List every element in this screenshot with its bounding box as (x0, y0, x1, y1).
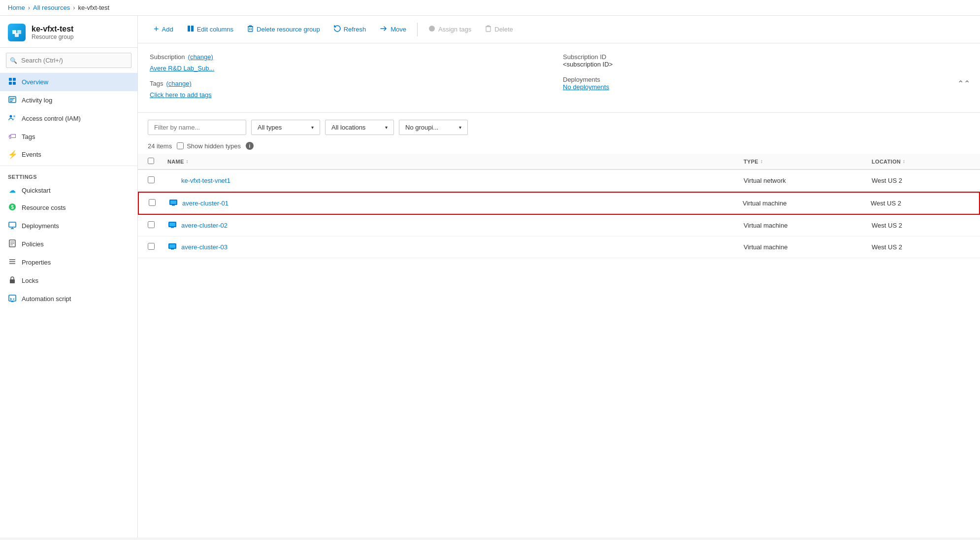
sidebar-item-quickstart[interactable]: ☁ Quickstart (0, 182, 137, 199)
breadcrumb-sep-1: › (28, 4, 30, 11)
delete-group-button[interactable]: Delete resource group (241, 22, 326, 37)
sidebar-item-access-control[interactable]: Access control (IAM) (0, 109, 137, 128)
locks-icon (8, 276, 17, 285)
svg-rect-4 (13, 78, 16, 81)
sidebar-item-label-policies: Policies (22, 240, 44, 248)
row-type-1: Virtual machine (743, 200, 871, 207)
row-select-2[interactable] (148, 221, 155, 228)
deployments-section: Deployments No deployments (563, 76, 968, 91)
search-input[interactable] (6, 53, 131, 68)
tags-add-link[interactable]: Click here to add tags (150, 91, 212, 99)
sidebar-item-tags[interactable]: 🏷 Tags (0, 128, 137, 145)
sidebar-item-overview[interactable]: Overview (0, 73, 137, 91)
sidebar-item-properties[interactable]: Properties (0, 253, 137, 271)
subscription-change-link[interactable]: (change) (188, 53, 213, 61)
sidebar-item-resource-costs[interactable]: $ Resource costs (0, 199, 137, 217)
svg-rect-23 (10, 279, 15, 283)
add-button[interactable]: + Add (148, 21, 179, 38)
access-control-icon (8, 114, 17, 123)
svg-rect-39 (171, 227, 174, 228)
breadcrumb-all-resources[interactable]: All resources (33, 4, 70, 11)
svg-point-12 (13, 115, 15, 117)
vm-icon-1 (168, 198, 178, 209)
tags-row: Tags (change) (150, 80, 555, 87)
search-icon: 🔍 (10, 57, 17, 64)
assign-tags-button[interactable]: Assign tags (423, 22, 477, 37)
hidden-types-info-icon[interactable]: i (246, 142, 254, 150)
subscription-value-link[interactable]: Avere R&D Lab_Sub... (150, 65, 214, 72)
edit-columns-button[interactable]: Edit columns (181, 22, 239, 37)
sidebar-item-label-tags: Tags (22, 133, 35, 140)
tags-change-link[interactable]: (change) (166, 80, 191, 87)
collapse-info-button[interactable]: ⌃⌃ (957, 79, 970, 88)
delete-group-icon (247, 25, 254, 34)
sidebar-item-policies[interactable]: Policies (0, 235, 137, 253)
svg-rect-26 (188, 26, 190, 32)
content-area: + Add Edit columns Delete resource group (138, 16, 980, 538)
svg-rect-27 (191, 26, 194, 32)
svg-rect-35 (170, 201, 176, 204)
refresh-button[interactable]: Refresh (328, 22, 372, 37)
info-right: Subscription ID <subscription ID> Deploy… (563, 53, 968, 102)
row-select-3[interactable] (148, 243, 155, 250)
settings-divider (0, 166, 137, 166)
row-location-1: West US 2 (871, 200, 969, 207)
sidebar-item-label-automation: Automation script (22, 295, 71, 303)
vnet-icon: 🌐 (167, 175, 177, 186)
svg-rect-15 (9, 222, 16, 227)
row-select-1[interactable] (149, 199, 156, 206)
sidebar-item-automation-script[interactable]: Automation script (0, 290, 137, 308)
filter-name-input[interactable] (148, 120, 246, 135)
sort-type-icon[interactable]: ↕ (760, 159, 763, 164)
sidebar-item-label-activity-log: Activity log (22, 97, 52, 104)
row-name-2[interactable]: avere-cluster-02 (167, 220, 744, 231)
sidebar-header-text: ke-vfxt-test Resource group (32, 25, 73, 40)
sidebar-item-locks[interactable]: Locks (0, 271, 137, 290)
breadcrumb-sep-2: › (73, 4, 75, 11)
row-name-0[interactable]: 🌐 ke-vfxt-test-vnet1 (167, 175, 744, 186)
show-hidden-label[interactable]: Show hidden types (177, 142, 241, 150)
subscription-row: Subscription (change) (150, 53, 555, 61)
table-row: avere-cluster-02 Virtual machine West US… (138, 215, 980, 236)
row-name-3[interactable]: avere-cluster-03 (167, 241, 744, 253)
show-hidden-checkbox[interactable] (177, 142, 184, 149)
svg-point-11 (10, 115, 12, 118)
deployments-label: Deployments (563, 76, 600, 83)
policies-icon (8, 239, 17, 249)
move-button[interactable]: Move (374, 22, 412, 36)
svg-rect-36 (172, 205, 175, 206)
sidebar-item-activity-log[interactable]: Activity log (0, 91, 137, 109)
subscription-id-value: <subscription ID> (563, 61, 968, 68)
assign-tags-icon (428, 25, 435, 34)
filter-locations-dropdown[interactable]: All locations ▾ (325, 120, 394, 135)
sidebar-header: ke-vfxt-test Resource group (0, 16, 137, 48)
subscription-id-section: Subscription ID <subscription ID> (563, 53, 968, 68)
sort-location-icon[interactable]: ↕ (903, 159, 905, 164)
delete-button[interactable]: Delete (479, 22, 519, 37)
row-name-1[interactable]: avere-cluster-01 (168, 198, 743, 209)
sidebar-item-events[interactable]: ⚡ Events (0, 145, 137, 164)
resource-table: NAME ↕ TYPE ↕ LOCATION ↕ (138, 154, 980, 538)
deployments-link[interactable]: No deployments (563, 83, 609, 91)
filter-types-dropdown[interactable]: All types ▾ (251, 120, 320, 135)
chevron-down-icon-locations: ▾ (385, 125, 388, 130)
chevron-down-icon-grouping: ▾ (459, 125, 461, 130)
vm-icon-2 (167, 220, 177, 231)
svg-text:🌐: 🌐 (168, 175, 177, 185)
sort-name-icon[interactable]: ↕ (186, 159, 189, 164)
row-select-0[interactable] (148, 176, 155, 183)
header-name: NAME ↕ (167, 158, 744, 165)
filter-bar: All types ▾ All locations ▾ No groupi...… (138, 113, 980, 139)
select-all-checkbox[interactable] (148, 158, 154, 164)
sidebar-item-label-properties: Properties (22, 259, 51, 266)
filter-grouping-dropdown[interactable]: No groupi... ▾ (399, 120, 468, 135)
breadcrumb-home[interactable]: Home (8, 4, 25, 11)
subscription-label: Subscription (150, 53, 185, 61)
properties-icon (8, 258, 17, 267)
filter-types-label: All types (258, 124, 282, 131)
sidebar-item-deployments[interactable]: Deployments (0, 217, 137, 235)
row-type-2: Virtual machine (744, 222, 872, 229)
row-checkbox-cell (149, 199, 168, 207)
move-icon (380, 26, 388, 33)
main-layout: ke-vfxt-test Resource group 🔍 Overview A… (0, 16, 980, 538)
